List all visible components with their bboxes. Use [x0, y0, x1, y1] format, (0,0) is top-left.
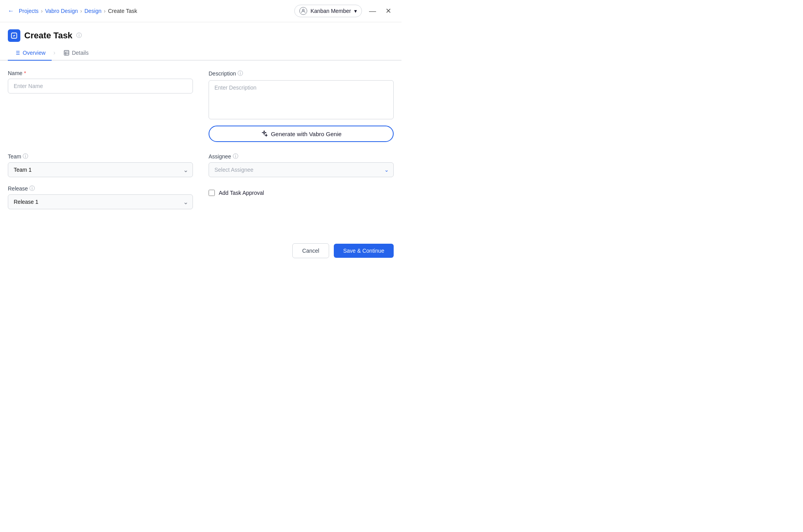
team-select[interactable]: Team 1 Team 2 Team 3 — [8, 162, 193, 177]
name-field-group: Name* — [8, 70, 193, 142]
tab-overview[interactable]: Overview — [8, 46, 52, 61]
assignee-select[interactable]: Select Assignee User 1 User 2 — [209, 162, 394, 177]
tab-details-label: Details — [72, 50, 89, 56]
assignee-label: Assignee ⓘ — [209, 153, 394, 160]
breadcrumb-current: Create Task — [108, 8, 137, 14]
tab-separator: › — [52, 49, 57, 56]
generate-btn[interactable]: Generate with Vabro Genie — [209, 126, 394, 142]
description-info-icon[interactable]: ⓘ — [238, 70, 243, 77]
user-chevron-icon: ▾ — [354, 8, 357, 14]
cancel-button[interactable]: Cancel — [292, 243, 329, 258]
breadcrumb-vabro-design[interactable]: Vabro Design — [45, 8, 78, 14]
assignee-info-icon[interactable]: ⓘ — [233, 153, 238, 160]
description-textarea[interactable] — [209, 80, 394, 119]
description-field-group: Description ⓘ Generate with Vabro Genie — [209, 70, 394, 142]
team-select-wrapper: Team 1 Team 2 Team 3 ⌄ — [8, 162, 193, 177]
save-continue-button[interactable]: Save & Continue — [334, 244, 394, 258]
back-button[interactable]: ← — [8, 7, 14, 14]
team-info-icon[interactable]: ⓘ — [23, 153, 28, 160]
right-bottom-col: Assignee ⓘ Select Assignee User 1 User 2… — [209, 153, 394, 209]
team-label: Team ⓘ — [8, 153, 193, 160]
release-select[interactable]: Release 1 Release 2 Release 3 — [8, 194, 193, 209]
breadcrumb-sep-2: › — [80, 8, 82, 14]
breadcrumb-sep-3: › — [104, 8, 106, 14]
release-label: Release ⓘ — [8, 185, 193, 192]
tab-details[interactable]: Details — [57, 46, 95, 61]
assignee-select-wrapper: Select Assignee User 1 User 2 ⌄ — [209, 162, 394, 177]
form-body: Name* Description ⓘ Generate with Vabro … — [0, 61, 402, 219]
task-approval-checkbox[interactable] — [209, 190, 215, 196]
breadcrumb-projects[interactable]: Projects — [19, 8, 39, 14]
page-header: Create Task ⓘ — [0, 22, 402, 46]
release-info-icon[interactable]: ⓘ — [29, 185, 35, 192]
top-right-controls: Kanban Member ▾ — ✕ — [294, 5, 394, 17]
page-title-info-icon[interactable]: ⓘ — [76, 32, 82, 39]
breadcrumb: ← Projects › Vabro Design › Design › Cre… — [8, 7, 137, 14]
assignee-field-group: Assignee ⓘ Select Assignee User 1 User 2… — [209, 153, 394, 177]
tab-overview-label: Overview — [23, 50, 45, 56]
tabs-bar: Overview › Details — [0, 46, 402, 61]
release-select-wrapper: Release 1 Release 2 Release 3 ⌄ — [8, 194, 193, 209]
svg-point-0 — [302, 9, 304, 11]
user-label: Kanban Member — [310, 8, 351, 14]
name-label: Name* — [8, 70, 193, 76]
top-bar: ← Projects › Vabro Design › Design › Cre… — [0, 0, 402, 22]
footer-actions: Cancel Save & Continue — [292, 243, 394, 258]
close-button[interactable]: ✕ — [383, 6, 394, 16]
user-avatar-icon — [299, 7, 307, 15]
page-title: Create Task — [24, 31, 72, 41]
user-badge[interactable]: Kanban Member ▾ — [294, 5, 362, 17]
minimize-button[interactable]: — — [367, 6, 378, 16]
release-field-group: Release ⓘ Release 1 Release 2 Release 3 … — [8, 185, 193, 209]
svg-rect-8 — [64, 50, 69, 55]
task-approval-label[interactable]: Add Task Approval — [219, 190, 264, 196]
page-icon — [8, 29, 20, 42]
description-label: Description ⓘ — [209, 70, 394, 77]
name-input[interactable] — [8, 79, 193, 93]
left-bottom-col: Team ⓘ Team 1 Team 2 Team 3 ⌄ Release ⓘ … — [8, 153, 193, 209]
breadcrumb-sep-1: › — [41, 8, 43, 14]
task-approval-row: Add Task Approval — [209, 190, 394, 196]
name-required: * — [24, 70, 26, 76]
team-field-group: Team ⓘ Team 1 Team 2 Team 3 ⌄ — [8, 153, 193, 177]
generate-btn-label: Generate with Vabro Genie — [271, 131, 342, 137]
breadcrumb-design[interactable]: Design — [85, 8, 102, 14]
